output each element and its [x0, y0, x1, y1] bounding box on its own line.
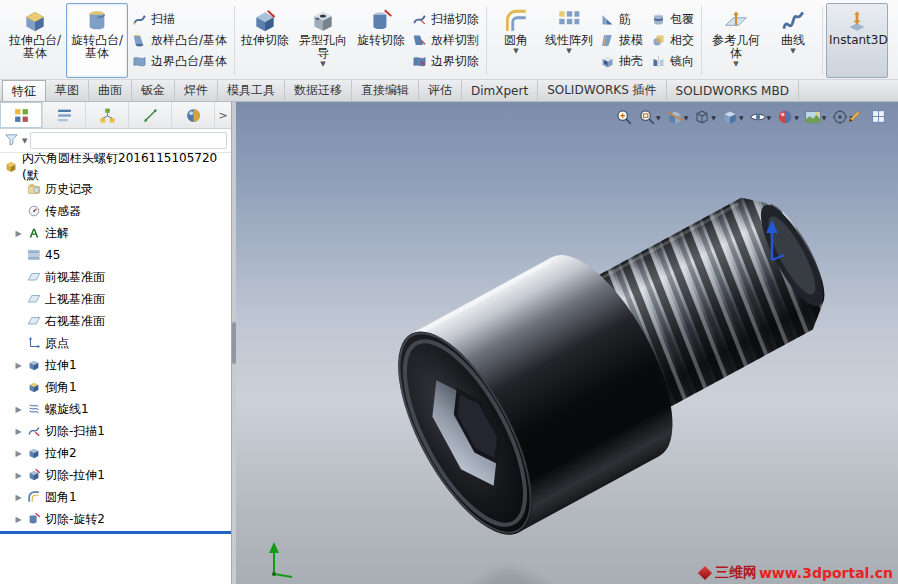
- boundary-cut-button[interactable]: 边界切除: [412, 53, 479, 70]
- zoom-fit-icon: [615, 108, 633, 126]
- dropdown-arrow-icon[interactable]: ▼: [513, 47, 518, 55]
- curves-button[interactable]: 曲线▼: [767, 3, 819, 78]
- intersect-button[interactable]: 相交: [651, 32, 694, 49]
- section-view-button[interactable]: ▼: [665, 107, 690, 127]
- dropdown-arrow-icon[interactable]: ▼: [790, 47, 795, 55]
- revolved-cut-button[interactable]: 旋转切除: [354, 3, 408, 78]
- wrap-button[interactable]: 包覆: [651, 11, 694, 28]
- reference-geometry-button[interactable]: 参考几何体▼: [705, 3, 767, 78]
- tree-item-14[interactable]: ▶圆角1: [0, 486, 231, 508]
- zoom-to-area-button[interactable]: ▼: [637, 107, 662, 127]
- rollback-bar[interactable]: [0, 531, 231, 534]
- display-style-button[interactable]: ▼: [720, 107, 745, 127]
- ribbon-tab-4[interactable]: 焊件: [175, 80, 218, 101]
- panel-tab-displaymanager[interactable]: [172, 102, 215, 128]
- dropdown-arrow-icon[interactable]: ▼: [320, 60, 325, 68]
- mirror-button[interactable]: 镜向: [651, 53, 694, 70]
- tree-item-9[interactable]: 倒角1: [0, 376, 231, 398]
- ribbon-tab-9[interactable]: DimXpert: [462, 80, 538, 101]
- swept-cut-button[interactable]: 扫描切除: [412, 11, 479, 28]
- hide-show-items-button[interactable]: ▼: [748, 107, 773, 127]
- curves-label: 曲线: [770, 34, 816, 47]
- zoom-fit-button[interactable]: [614, 107, 634, 127]
- rib-button[interactable]: 筋: [600, 11, 643, 28]
- ribbon-tab-0[interactable]: 特征: [2, 80, 46, 101]
- filter-caret-icon[interactable]: ▼: [22, 137, 27, 145]
- ribbon-tab-11[interactable]: SOLIDWORKS MBD: [667, 80, 799, 101]
- tree-item-label: 原点: [45, 335, 69, 352]
- panel-tab-featuremanager[interactable]: [0, 102, 43, 128]
- tree-item-11[interactable]: ▶切除-扫描1: [0, 420, 231, 442]
- dropdown-arrow-icon[interactable]: ▼: [739, 114, 744, 121]
- dropdown-arrow-icon[interactable]: ▼: [684, 114, 689, 121]
- display-style-icon: [721, 108, 739, 126]
- instant3d-button[interactable]: Instant3D: [826, 3, 888, 78]
- fillet-button[interactable]: 圆角▼: [490, 3, 542, 78]
- tree-item-8[interactable]: ▶拉伸1: [0, 354, 231, 376]
- graphics-viewport[interactable]: ▼▼▼▼▼▼▼▼ 三维网 www.3dportal.cn: [236, 102, 898, 584]
- ribbon-column: 包覆相交镜向: [647, 2, 698, 79]
- tree-item-10[interactable]: ▶螺旋线1: [0, 398, 231, 420]
- dropdown-arrow-icon[interactable]: ▼: [733, 60, 738, 68]
- tree-item-7[interactable]: 原点: [0, 332, 231, 354]
- ribbon-tab-8[interactable]: 评估: [419, 80, 462, 101]
- swept-boss-button[interactable]: 扫描: [132, 11, 227, 28]
- tree-root-item[interactable]: 内六角圆柱头螺钉2016115105720 (默: [0, 156, 231, 178]
- dropdown-arrow-icon[interactable]: ▼: [656, 114, 661, 121]
- expand-arrow-icon[interactable]: ▶: [14, 449, 23, 458]
- tree-item-12[interactable]: ▶拉伸2: [0, 442, 231, 464]
- view-orientation-button[interactable]: ▼: [692, 107, 717, 127]
- extruded-cut-button[interactable]: 拉伸切除: [238, 3, 292, 78]
- expand-arrow-icon[interactable]: ▶: [14, 405, 23, 414]
- tree-item-6[interactable]: 右视基准面: [0, 310, 231, 332]
- grid-button[interactable]: [869, 107, 888, 126]
- sketch-button[interactable]: [845, 107, 864, 126]
- ribbon-tab-2[interactable]: 曲面: [89, 80, 132, 101]
- draft-button[interactable]: 拔模: [600, 32, 643, 49]
- dropdown-arrow-icon[interactable]: ▼: [566, 47, 571, 55]
- panel-tab-propertymanager[interactable]: [43, 102, 86, 128]
- edit-appearance-button[interactable]: ▼: [775, 107, 800, 127]
- linear-pattern-button[interactable]: 线性阵列▼: [542, 3, 596, 78]
- ribbon-tab-6[interactable]: 数据迁移: [285, 80, 352, 101]
- expand-arrow-icon[interactable]: ▶: [14, 471, 23, 480]
- boundary-boss-button[interactable]: 边界凸台/基体: [132, 53, 227, 70]
- lofted-cut-button[interactable]: 放样切割: [412, 32, 479, 49]
- panel-tab-configurationmanager[interactable]: [86, 102, 129, 128]
- expand-arrow-icon[interactable]: ▶: [14, 515, 23, 524]
- tree-item-4[interactable]: 前视基准面: [0, 266, 231, 288]
- dropdown-arrow-icon[interactable]: ▼: [794, 114, 799, 121]
- dropdown-arrow-icon[interactable]: ▼: [767, 114, 772, 121]
- dropdown-arrow-icon[interactable]: ▼: [822, 114, 827, 121]
- panel-chevron[interactable]: >: [215, 102, 231, 128]
- tree-item-15[interactable]: ▶切除-旋转2: [0, 508, 231, 530]
- dropdown-arrow-icon[interactable]: ▼: [711, 114, 716, 121]
- filter-input[interactable]: [30, 132, 227, 149]
- tree-item-13[interactable]: ▶切除-拉伸1: [0, 464, 231, 486]
- tree-item-2[interactable]: ▶注解: [0, 222, 231, 244]
- hole-wizard-button[interactable]: 异型孔向导▼: [292, 3, 354, 78]
- ribbon-tab-1[interactable]: 草图: [46, 80, 89, 101]
- extruded-boss-base-button[interactable]: 拉伸凸台/基体: [4, 3, 66, 78]
- expand-arrow-icon[interactable]: ▶: [14, 427, 23, 436]
- tree-item-3[interactable]: 45: [0, 244, 231, 266]
- panel-tab-dimxpertmanager[interactable]: [129, 102, 172, 128]
- boundary-cut-label: 边界切除: [431, 53, 479, 70]
- ribbon-tab-10[interactable]: SOLIDWORKS 插件: [538, 80, 666, 101]
- expand-arrow-icon[interactable]: ▶: [14, 361, 23, 370]
- tree-item-1[interactable]: 传感器: [0, 200, 231, 222]
- lofted-boss-button[interactable]: 放样凸台/基体: [132, 32, 227, 49]
- apply-scene-button[interactable]: ▼: [803, 107, 828, 127]
- grid-icon: [870, 108, 887, 125]
- ribbon-tab-3[interactable]: 钣金: [132, 80, 175, 101]
- tree-item-label: 注解: [45, 225, 69, 242]
- expand-arrow-icon[interactable]: ▶: [14, 229, 23, 238]
- fillet-icon: [27, 490, 41, 504]
- expand-arrow-icon[interactable]: ▶: [14, 493, 23, 502]
- ribbon-tab-5[interactable]: 模具工具: [218, 80, 285, 101]
- shell-button[interactable]: 抽壳: [600, 53, 643, 70]
- revolved-boss-base-button[interactable]: 旋转凸台/基体: [66, 3, 128, 78]
- revolve-boss-icon: [84, 7, 110, 34]
- tree-item-5[interactable]: 上视基准面: [0, 288, 231, 310]
- ribbon-tab-7[interactable]: 直接编辑: [352, 80, 419, 101]
